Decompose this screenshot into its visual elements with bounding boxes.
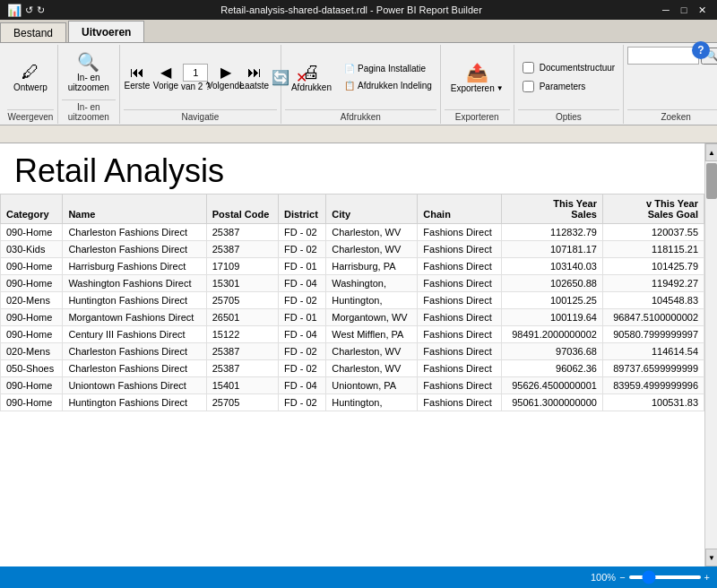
- laatste-label: Laatste: [239, 81, 269, 91]
- table-row: 090-HomeCentury III Fashions Direct15122…: [1, 326, 704, 343]
- table-cell: Fashions Direct: [418, 292, 502, 309]
- parameters-check[interactable]: [523, 81, 534, 92]
- ribbon-group-opties: Documentstructuur Parameters Opties: [514, 45, 624, 124]
- table-cell: 25387: [206, 224, 278, 241]
- undo-icon[interactable]: ↺: [25, 4, 33, 16]
- col-category: Category: [1, 195, 63, 224]
- table-cell: Harrisburg Fashions Direct: [63, 258, 206, 275]
- table-cell: Fashions Direct: [418, 258, 502, 275]
- zoom-slider[interactable]: [629, 575, 701, 579]
- table-cell: 119492.27: [602, 275, 704, 292]
- ontwerp-icon: 🖊: [22, 63, 39, 81]
- scroll-down[interactable]: ▼: [705, 549, 717, 566]
- table-cell: 100531.83: [602, 394, 704, 411]
- table-cell: Fashions Direct: [418, 326, 502, 343]
- table-cell: FD - 02: [278, 292, 325, 309]
- minimize-button[interactable]: ─: [658, 2, 674, 18]
- zoeken-label: Zoeken: [627, 109, 717, 122]
- documentstructuur-button[interactable]: Documentstructuur: [518, 59, 619, 76]
- volgende-button[interactable]: ▶ Volgende: [212, 61, 239, 93]
- table-cell: Huntington Fashions Direct: [63, 292, 206, 309]
- scrollbar[interactable]: ▲ ▼: [704, 143, 717, 566]
- report-area[interactable]: ▲ ▼ Retail Analysis Category Name Postal…: [0, 143, 717, 566]
- afdrukken-indeling-button[interactable]: 📋 Afdrukken Indeling: [340, 78, 436, 93]
- table-cell: Uniontown Fashions Direct: [63, 377, 206, 394]
- opties-label: Opties: [518, 109, 619, 122]
- eerste-icon: ⏮: [130, 65, 144, 81]
- table-cell: 100119.64: [501, 309, 602, 326]
- ontwerp-button[interactable]: 🖊 Ontwerp: [7, 59, 54, 96]
- afdrukken-icon: 🖨: [302, 62, 320, 82]
- zoom-icon: 🔍: [77, 53, 99, 71]
- table-cell: 104548.83: [602, 292, 704, 309]
- table-cell: 090-Home: [1, 275, 63, 292]
- zoom-button[interactable]: 🔍 In- enuitzoomen: [62, 49, 116, 96]
- table-cell: 15301: [206, 275, 278, 292]
- zoom-plus[interactable]: +: [704, 572, 710, 583]
- table-cell: Charleston, WV: [326, 224, 418, 241]
- table-cell: 15401: [206, 377, 278, 394]
- vorige-icon: ◀: [160, 64, 171, 81]
- table-cell: 90580.7999999997: [602, 326, 704, 343]
- zoom-minus[interactable]: −: [619, 572, 625, 583]
- scroll-up[interactable]: ▲: [705, 143, 717, 161]
- ribbon: 🖊 Ontwerp Weergeven 🔍 In- enuitzoomen In…: [0, 43, 717, 125]
- vorige-button[interactable]: ◀ Vorige: [152, 61, 179, 93]
- table-cell: 030-Kids: [1, 241, 63, 258]
- table-cell: FD - 02: [278, 241, 325, 258]
- table-cell: 102650.88: [501, 275, 602, 292]
- help-button[interactable]: ?: [692, 41, 710, 59]
- exporteren-label: Exporteren: [445, 109, 510, 122]
- table-cell: Fashions Direct: [418, 224, 502, 241]
- table-row: 090-HomeWashington Fashions Direct15301F…: [1, 275, 704, 292]
- afdrukken-button[interactable]: 🖨 Afdrukken: [285, 58, 338, 96]
- table-cell: 89737.6599999999: [602, 360, 704, 377]
- table-cell: 050-Shoes: [1, 360, 63, 377]
- zoom-label: 100%: [591, 572, 616, 583]
- table-cell: Washington Fashions Direct: [63, 275, 206, 292]
- table-cell: Washington,: [326, 275, 418, 292]
- table-cell: 25705: [206, 292, 278, 309]
- table-body: 090-HomeCharleston Fashions Direct25387F…: [1, 224, 704, 411]
- parameters-button[interactable]: Parameters: [518, 78, 619, 95]
- search-input[interactable]: [627, 47, 699, 65]
- table-cell: FD - 02: [278, 224, 325, 241]
- col-v-this-year-sales-goal: v This YearSales Goal: [602, 195, 704, 224]
- table-cell: Fashions Direct: [418, 309, 502, 326]
- afdrukken-label: Afdrukken: [285, 109, 436, 122]
- report-content: Retail Analysis Category Name Postal Cod…: [0, 143, 704, 411]
- table-cell: 112832.79: [501, 224, 602, 241]
- table-cell: Fashions Direct: [418, 241, 502, 258]
- restore-button[interactable]: □: [676, 2, 692, 18]
- table-cell: Huntington,: [326, 292, 418, 309]
- table-cell: Fashions Direct: [418, 360, 502, 377]
- col-name: Name: [63, 195, 206, 224]
- table-cell: 15122: [206, 326, 278, 343]
- documentstructuur-check[interactable]: [523, 62, 534, 74]
- navigatie-label: Navigatie: [124, 109, 277, 122]
- redo-icon[interactable]: ↻: [37, 4, 45, 16]
- page-number-input[interactable]: [183, 64, 208, 82]
- close-button[interactable]: ✕: [694, 2, 710, 18]
- table-cell: Charleston, WV: [326, 343, 418, 360]
- col-this-year-sales: This YearSales: [501, 195, 602, 224]
- eerste-button[interactable]: ⏮ Eerste: [124, 62, 151, 93]
- table-cell: FD - 01: [278, 309, 325, 326]
- scroll-thumb[interactable]: [706, 163, 717, 199]
- table-cell: Huntington Fashions Direct: [63, 394, 206, 411]
- pagina-installatie-button[interactable]: 📄 Pagina Installatie: [340, 61, 436, 76]
- title-bar-left: 📊 ↺ ↻: [7, 4, 45, 17]
- exporteren-label: Exporteren ▼: [451, 83, 504, 93]
- col-district: District: [278, 195, 325, 224]
- table-cell: FD - 04: [278, 326, 325, 343]
- table-row: 090-HomeHuntington Fashions Direct25705F…: [1, 394, 704, 411]
- laatste-button[interactable]: ⏭ Laatste: [241, 62, 268, 93]
- table-cell: 090-Home: [1, 258, 63, 275]
- table-cell: Fashions Direct: [418, 377, 502, 394]
- app-icon: 📊: [7, 4, 22, 17]
- tab-bestand[interactable]: Bestand: [0, 22, 66, 42]
- exporteren-button[interactable]: 📤 Exporteren ▼: [445, 58, 510, 97]
- window-controls: ─ □ ✕: [658, 2, 710, 18]
- tab-uitvoeren[interactable]: Uitvoeren: [68, 21, 144, 42]
- table-cell: 090-Home: [1, 394, 63, 411]
